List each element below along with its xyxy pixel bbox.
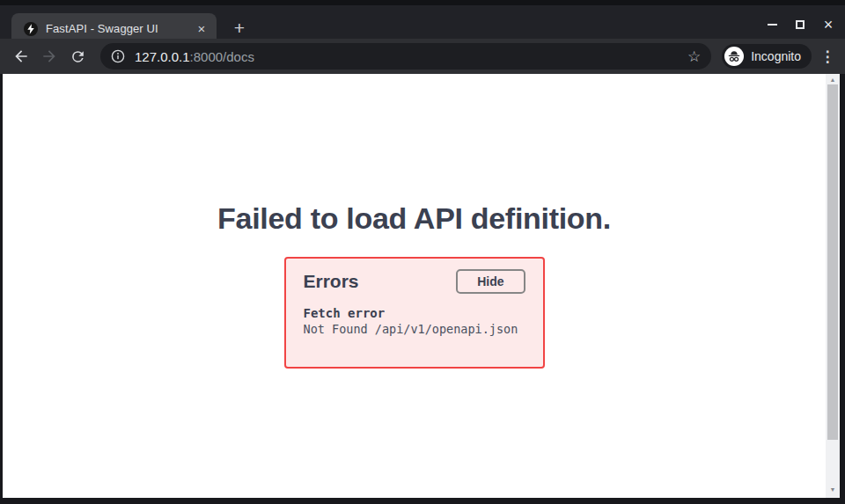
reload-button[interactable] <box>63 42 92 70</box>
tab-title: FastAPI - Swagger UI <box>46 22 194 35</box>
swagger-ui: Failed to load API definition. Errors Hi… <box>3 201 826 369</box>
titlebar: FastAPI - Swagger UI × + × <box>0 0 845 39</box>
error-message: Not Found /api/v1/openapi.json <box>304 322 525 336</box>
new-tab-button[interactable]: + <box>226 17 253 41</box>
incognito-label: Incognito <box>751 49 801 63</box>
window-close-button[interactable]: × <box>819 15 838 34</box>
scrollbar-thumb[interactable] <box>827 84 838 440</box>
back-button[interactable] <box>7 42 35 70</box>
url-text: 127.0.0.1:8000/docs <box>135 49 254 64</box>
bookmark-star-icon[interactable]: ☆ <box>687 49 701 64</box>
maximize-button[interactable] <box>790 15 810 34</box>
browser-toolbar: 127.0.0.1:8000/docs ☆ Incognito ⋮ <box>0 39 845 74</box>
window-controls: × <box>762 11 838 39</box>
url-path: :8000/docs <box>190 49 254 64</box>
minimize-button[interactable] <box>762 15 782 34</box>
errors-header: Errors Hide <box>304 269 525 294</box>
back-arrow-icon <box>12 47 30 65</box>
fastapi-favicon-icon <box>24 22 38 36</box>
address-bar[interactable]: 127.0.0.1:8000/docs ☆ <box>100 43 711 69</box>
forward-button[interactable] <box>35 42 63 70</box>
errors-panel: Errors Hide Fetch error Not Found /api/v… <box>284 257 545 369</box>
page-content: Failed to load API definition. Errors Hi… <box>3 74 840 498</box>
site-info-icon[interactable] <box>111 49 125 63</box>
reload-icon <box>70 48 86 65</box>
tab-close-icon[interactable]: × <box>194 21 209 37</box>
error-entry: Fetch error Not Found /api/v1/openapi.js… <box>304 306 525 336</box>
error-source: Fetch error <box>304 306 525 320</box>
page-title: Failed to load API definition. <box>3 201 826 236</box>
hide-button[interactable]: Hide <box>456 269 525 294</box>
window-close-icon: × <box>824 17 834 33</box>
menu-icon[interactable]: ⋮ <box>816 47 839 66</box>
incognito-icon <box>724 47 744 66</box>
forward-arrow-icon <box>40 47 58 65</box>
minimize-icon <box>768 24 777 26</box>
url-host: 127.0.0.1 <box>135 49 190 64</box>
errors-title: Errors <box>304 271 359 292</box>
incognito-badge: Incognito <box>722 44 812 69</box>
browser-window: FastAPI - Swagger UI × + × <box>0 0 845 504</box>
scroll-down-icon[interactable]: ▼ <box>826 484 840 495</box>
maximize-icon <box>796 20 805 29</box>
scrollbar[interactable]: ▲ ▼ <box>826 74 840 498</box>
